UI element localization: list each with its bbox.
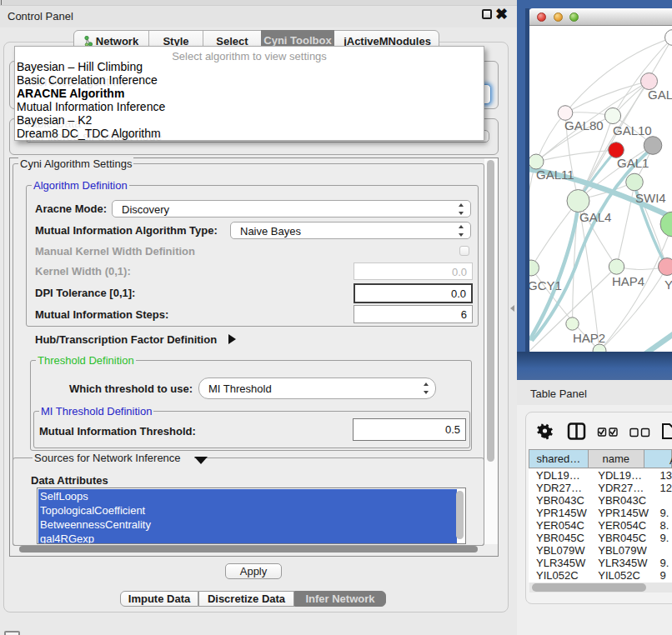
svg-text:HAP2: HAP2	[573, 331, 605, 345]
svg-text:HAP4: HAP4	[612, 274, 644, 288]
svg-text:GAL10: GAL10	[613, 123, 652, 138]
svg-text:GAL80: GAL80	[564, 118, 604, 132]
svg-text:GAL4: GAL4	[579, 210, 611, 224]
svg-text:GCY1: GCY1	[529, 278, 562, 292]
svg-text:GAL1: GAL1	[617, 156, 649, 170]
svg-text:GAL: GAL	[648, 88, 672, 102]
svg-text:GAL11: GAL11	[536, 168, 574, 182]
svg-text:SWI4: SWI4	[635, 191, 666, 205]
svg-text:Y: Y	[664, 278, 672, 292]
